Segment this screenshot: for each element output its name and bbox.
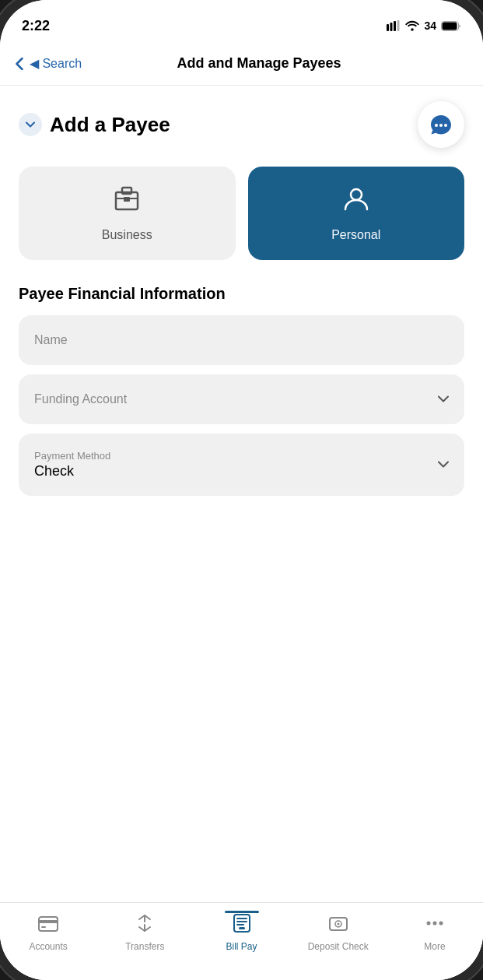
deposit-check-icon (328, 914, 348, 937)
svg-rect-3 (397, 20, 400, 31)
funding-account-field[interactable]: Funding Account (19, 374, 464, 424)
collapse-button[interactable] (19, 113, 42, 136)
svg-rect-6 (443, 22, 457, 30)
tab-deposit-check[interactable]: Deposit Check (290, 911, 387, 952)
more-icon (425, 914, 445, 937)
svg-point-9 (444, 124, 447, 127)
accounts-icon (38, 914, 58, 937)
funding-account-chevron-icon (438, 392, 449, 406)
business-icon (113, 184, 141, 219)
payee-type-row: Business Personal (0, 160, 483, 279)
chat-button[interactable] (418, 101, 464, 148)
svg-rect-13 (124, 197, 130, 202)
svg-point-30 (439, 922, 443, 926)
deposit-check-label: Deposit Check (308, 941, 369, 952)
nav-bar: ◀ Search Add and Manage Payees (0, 42, 483, 86)
transfers-label: Transfers (125, 941, 164, 952)
name-label: Name (34, 333, 68, 347)
tab-accounts[interactable]: Accounts (0, 911, 96, 952)
svg-rect-15 (39, 917, 58, 931)
financial-title: Payee Financial Information (19, 285, 464, 303)
svg-point-14 (351, 189, 362, 200)
bill-pay-icon (232, 914, 252, 937)
svg-point-8 (439, 124, 443, 127)
bill-pay-label: Bill Pay (226, 941, 257, 952)
accounts-label: Accounts (29, 941, 67, 952)
payment-method-field[interactable]: Payment Method Check (19, 434, 464, 496)
svg-rect-24 (239, 927, 245, 929)
business-label: Business (102, 228, 152, 242)
svg-rect-23 (236, 924, 244, 926)
personal-label: Personal (331, 228, 380, 242)
svg-point-29 (432, 922, 436, 926)
svg-rect-11 (122, 188, 131, 194)
tab-more[interactable]: More (387, 911, 483, 952)
svg-point-4 (411, 28, 415, 31)
svg-rect-17 (41, 926, 46, 928)
main-content: Add a Payee (0, 86, 483, 980)
tab-bill-pay[interactable]: Bill Pay (193, 911, 289, 952)
payment-method-value: Check (34, 463, 74, 479)
payment-method-chevron-icon (438, 458, 449, 472)
business-type-button[interactable]: Business (19, 167, 236, 260)
svg-rect-0 (387, 24, 389, 31)
active-tab-indicator (225, 911, 259, 913)
svg-rect-2 (394, 21, 396, 31)
status-time: 2:22 (22, 18, 50, 34)
back-button[interactable]: ◀ Search (16, 56, 82, 71)
back-label: ◀ Search (30, 56, 82, 71)
svg-rect-22 (236, 921, 247, 922)
svg-rect-21 (236, 918, 247, 919)
payment-method-sublabel: Payment Method (34, 450, 438, 462)
svg-point-7 (435, 124, 438, 127)
section-title: Add a Payee (50, 113, 170, 137)
section-header: Add a Payee (0, 86, 483, 160)
financial-section: Payee Financial Information Name Funding… (0, 279, 483, 496)
tab-transfers[interactable]: Transfers (96, 911, 193, 952)
svg-rect-16 (39, 920, 58, 923)
svg-rect-1 (390, 23, 393, 31)
name-field[interactable]: Name (19, 315, 464, 365)
transfers-icon (135, 914, 155, 937)
personal-type-button[interactable]: Personal (248, 167, 465, 260)
status-icons: 34 (387, 19, 461, 32)
more-label: More (424, 941, 445, 952)
svg-point-27 (337, 923, 339, 926)
personal-icon (342, 184, 370, 219)
svg-point-28 (426, 922, 430, 926)
tab-bar: Accounts Transfers (0, 902, 483, 980)
funding-account-label: Funding Account (34, 392, 127, 406)
page-title: Add and Manage Payees (82, 55, 436, 72)
